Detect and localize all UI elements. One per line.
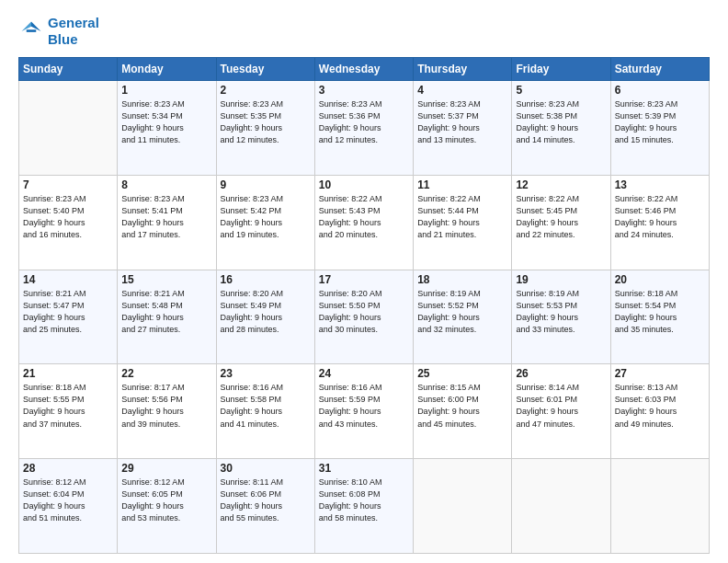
day-info: Sunrise: 8:23 AM Sunset: 5:38 PM Dayligh…: [516, 98, 606, 146]
day-info: Sunrise: 8:12 AM Sunset: 6:04 PM Dayligh…: [23, 477, 113, 524]
calendar-cell: 23Sunrise: 8:16 AM Sunset: 5:58 PM Dayli…: [216, 364, 314, 459]
day-info: Sunrise: 8:15 AM Sunset: 6:00 PM Dayligh…: [417, 382, 507, 430]
day-info: Sunrise: 8:22 AM Sunset: 5:44 PM Dayligh…: [417, 193, 507, 241]
weekday-header: Thursday: [414, 58, 512, 81]
calendar-table: SundayMondayTuesdayWednesdayThursdayFrid…: [18, 57, 710, 554]
day-info: Sunrise: 8:12 AM Sunset: 6:05 PM Dayligh…: [121, 477, 211, 524]
calendar-cell: 29Sunrise: 8:12 AM Sunset: 6:05 PM Dayli…: [118, 459, 216, 554]
calendar-cell: 16Sunrise: 8:20 AM Sunset: 5:49 PM Dayli…: [216, 270, 314, 364]
weekday-header: Saturday: [610, 58, 709, 81]
calendar-cell: 31Sunrise: 8:10 AM Sunset: 6:08 PM Dayli…: [314, 459, 413, 554]
day-number: 17: [319, 273, 409, 286]
day-info: Sunrise: 8:23 AM Sunset: 5:35 PM Dayligh…: [221, 98, 311, 146]
calendar-cell: 28Sunrise: 8:12 AM Sunset: 6:04 PM Dayli…: [19, 459, 118, 554]
day-number: 24: [319, 367, 409, 380]
day-number: 6: [615, 84, 705, 97]
calendar-cell: 24Sunrise: 8:16 AM Sunset: 5:59 PM Dayli…: [314, 364, 413, 459]
day-number: 22: [121, 367, 211, 380]
day-info: Sunrise: 8:14 AM Sunset: 6:01 PM Dayligh…: [516, 382, 606, 430]
calendar-cell: 6Sunrise: 8:23 AM Sunset: 5:39 PM Daylig…: [610, 81, 709, 176]
calendar-cell: 13Sunrise: 8:22 AM Sunset: 5:46 PM Dayli…: [610, 175, 709, 270]
calendar-cell: 20Sunrise: 8:18 AM Sunset: 5:54 PM Dayli…: [610, 270, 709, 364]
day-info: Sunrise: 8:13 AM Sunset: 6:03 PM Dayligh…: [615, 382, 705, 430]
day-info: Sunrise: 8:20 AM Sunset: 5:49 PM Dayligh…: [221, 288, 311, 336]
weekday-header: Friday: [512, 58, 610, 81]
header: General Blue: [18, 15, 710, 48]
calendar-cell: 7Sunrise: 8:23 AM Sunset: 5:40 PM Daylig…: [19, 175, 118, 270]
calendar-cell: 18Sunrise: 8:19 AM Sunset: 5:52 PM Dayli…: [414, 270, 512, 364]
day-info: Sunrise: 8:23 AM Sunset: 5:41 PM Dayligh…: [121, 193, 211, 241]
day-info: Sunrise: 8:23 AM Sunset: 5:36 PM Dayligh…: [319, 98, 409, 146]
day-number: 3: [319, 84, 409, 97]
day-info: Sunrise: 8:22 AM Sunset: 5:45 PM Dayligh…: [516, 193, 606, 241]
day-number: 10: [319, 178, 409, 191]
day-number: 12: [516, 178, 606, 191]
calendar-cell: 30Sunrise: 8:11 AM Sunset: 6:06 PM Dayli…: [216, 459, 314, 554]
calendar-cell: [610, 459, 709, 554]
weekday-header: Monday: [118, 58, 216, 81]
calendar-cell: 9Sunrise: 8:23 AM Sunset: 5:42 PM Daylig…: [216, 175, 314, 270]
day-number: 9: [221, 178, 311, 191]
day-number: 26: [516, 367, 606, 380]
day-info: Sunrise: 8:19 AM Sunset: 5:53 PM Dayligh…: [516, 288, 606, 336]
day-number: 31: [319, 462, 409, 475]
calendar-cell: 14Sunrise: 8:21 AM Sunset: 5:47 PM Dayli…: [19, 270, 118, 364]
day-info: Sunrise: 8:22 AM Sunset: 5:46 PM Dayligh…: [615, 193, 705, 241]
calendar-cell: 21Sunrise: 8:18 AM Sunset: 5:55 PM Dayli…: [19, 364, 118, 459]
day-number: 29: [121, 462, 211, 475]
day-number: 25: [417, 367, 507, 380]
calendar-cell: [512, 459, 610, 554]
day-info: Sunrise: 8:16 AM Sunset: 5:58 PM Dayligh…: [221, 382, 311, 430]
day-number: 19: [516, 273, 606, 286]
day-number: 11: [417, 178, 507, 191]
calendar-cell: 11Sunrise: 8:22 AM Sunset: 5:44 PM Dayli…: [414, 175, 512, 270]
day-number: 21: [23, 367, 113, 380]
day-info: Sunrise: 8:18 AM Sunset: 5:54 PM Dayligh…: [615, 288, 705, 336]
calendar-week-row: 28Sunrise: 8:12 AM Sunset: 6:04 PM Dayli…: [19, 459, 710, 554]
calendar-cell: 19Sunrise: 8:19 AM Sunset: 5:53 PM Dayli…: [512, 270, 610, 364]
weekday-header: Wednesday: [314, 58, 413, 81]
day-number: 18: [417, 273, 507, 286]
calendar-cell: 27Sunrise: 8:13 AM Sunset: 6:03 PM Dayli…: [610, 364, 709, 459]
calendar-cell: 5Sunrise: 8:23 AM Sunset: 5:38 PM Daylig…: [512, 81, 610, 176]
day-number: 15: [121, 273, 211, 286]
calendar-cell: 26Sunrise: 8:14 AM Sunset: 6:01 PM Dayli…: [512, 364, 610, 459]
calendar-cell: 10Sunrise: 8:22 AM Sunset: 5:43 PM Dayli…: [314, 175, 413, 270]
logo: General Blue: [18, 15, 99, 48]
day-number: 1: [121, 84, 211, 97]
day-info: Sunrise: 8:17 AM Sunset: 5:56 PM Dayligh…: [121, 382, 211, 430]
calendar-cell: 3Sunrise: 8:23 AM Sunset: 5:36 PM Daylig…: [314, 81, 413, 176]
day-info: Sunrise: 8:23 AM Sunset: 5:34 PM Dayligh…: [121, 98, 211, 146]
day-number: 16: [221, 273, 311, 286]
logo-text: General Blue: [48, 15, 99, 48]
day-number: 2: [221, 84, 311, 97]
day-info: Sunrise: 8:20 AM Sunset: 5:50 PM Dayligh…: [319, 288, 409, 336]
calendar-cell: 22Sunrise: 8:17 AM Sunset: 5:56 PM Dayli…: [118, 364, 216, 459]
day-number: 4: [417, 84, 507, 97]
calendar-week-row: 1Sunrise: 8:23 AM Sunset: 5:34 PM Daylig…: [19, 81, 710, 176]
day-info: Sunrise: 8:11 AM Sunset: 6:06 PM Dayligh…: [221, 477, 311, 524]
day-number: 14: [23, 273, 113, 286]
day-info: Sunrise: 8:21 AM Sunset: 5:48 PM Dayligh…: [121, 288, 211, 336]
day-info: Sunrise: 8:23 AM Sunset: 5:39 PM Dayligh…: [615, 98, 705, 146]
day-number: 20: [615, 273, 705, 286]
logo-icon: [18, 18, 44, 44]
day-info: Sunrise: 8:23 AM Sunset: 5:40 PM Dayligh…: [23, 193, 113, 241]
day-number: 30: [221, 462, 311, 475]
day-info: Sunrise: 8:16 AM Sunset: 5:59 PM Dayligh…: [319, 382, 409, 430]
day-number: 13: [615, 178, 705, 191]
day-info: Sunrise: 8:19 AM Sunset: 5:52 PM Dayligh…: [417, 288, 507, 336]
day-info: Sunrise: 8:21 AM Sunset: 5:47 PM Dayligh…: [23, 288, 113, 336]
day-number: 27: [615, 367, 705, 380]
calendar-cell: 12Sunrise: 8:22 AM Sunset: 5:45 PM Dayli…: [512, 175, 610, 270]
calendar-week-row: 7Sunrise: 8:23 AM Sunset: 5:40 PM Daylig…: [19, 175, 710, 270]
calendar-cell: 4Sunrise: 8:23 AM Sunset: 5:37 PM Daylig…: [414, 81, 512, 176]
day-number: 28: [23, 462, 113, 475]
day-number: 7: [23, 178, 113, 191]
calendar-week-row: 21Sunrise: 8:18 AM Sunset: 5:55 PM Dayli…: [19, 364, 710, 459]
calendar-cell: 25Sunrise: 8:15 AM Sunset: 6:00 PM Dayli…: [414, 364, 512, 459]
calendar-cell: [19, 81, 118, 176]
calendar-cell: 17Sunrise: 8:20 AM Sunset: 5:50 PM Dayli…: [314, 270, 413, 364]
calendar-cell: 2Sunrise: 8:23 AM Sunset: 5:35 PM Daylig…: [216, 81, 314, 176]
page: General Blue SundayMondayTuesdayWednesda…: [0, 0, 728, 563]
